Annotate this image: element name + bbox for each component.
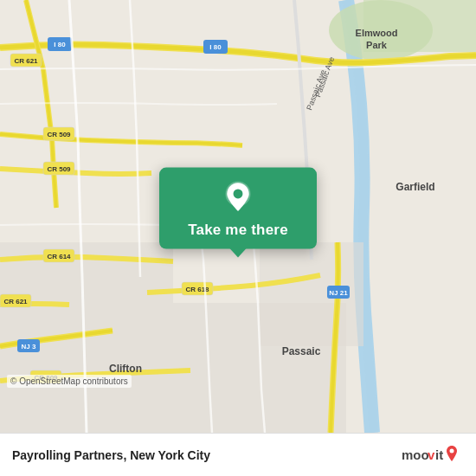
svg-text:CR 621: CR 621	[14, 57, 38, 65]
svg-text:CR 509: CR 509	[47, 165, 71, 173]
take-me-there-popup[interactable]: Take me there	[159, 168, 317, 249]
svg-text:CR 509: CR 509	[47, 131, 71, 138]
svg-text:Park: Park	[366, 40, 388, 50]
svg-text:NJ 3: NJ 3	[22, 343, 36, 351]
svg-text:Garfield: Garfield	[396, 181, 434, 193]
map-container: I 80 I 80 CR 621 CR 509 CR 509 CR 509 CR…	[0, 0, 476, 433]
svg-point-37	[234, 190, 243, 199]
map-pin-icon	[221, 180, 255, 215]
location-title: Payrolling Partners, New York City	[12, 448, 210, 462]
osm-credit: © OpenStreetMap contributors	[7, 375, 132, 388]
svg-text:Clifton: Clifton	[109, 363, 142, 375]
take-me-there-label: Take me there	[188, 222, 288, 239]
moovit-logo-svg: moo v it	[402, 444, 464, 466]
svg-text:it: it	[435, 447, 443, 462]
svg-text:Elmwood: Elmwood	[356, 28, 398, 38]
svg-text:NJ 21: NJ 21	[329, 289, 348, 297]
svg-text:moo: moo	[402, 447, 429, 462]
svg-point-41	[450, 448, 454, 453]
svg-text:I 80: I 80	[54, 41, 66, 48]
svg-text:Passaic: Passaic	[282, 345, 321, 357]
moovit-logo: moo v it	[402, 444, 464, 466]
svg-text:I 80: I 80	[209, 43, 222, 51]
svg-text:v: v	[428, 447, 435, 462]
svg-text:CR 621: CR 621	[3, 298, 28, 306]
info-bar: Payrolling Partners, New York City moo v…	[0, 433, 476, 476]
svg-text:CR 614: CR 614	[47, 253, 71, 261]
